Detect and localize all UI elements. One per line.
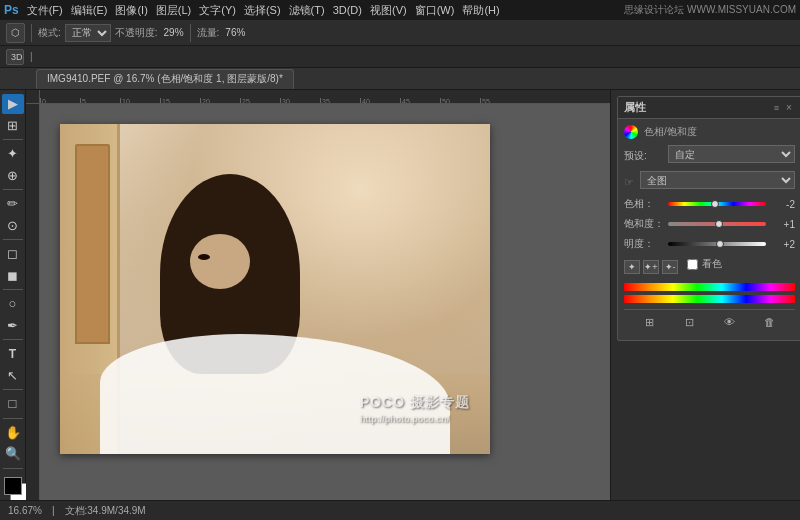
ruler-top: 0 5 10 15 20 25 30 35 40 45 50 55 [40,90,610,104]
menu-edit[interactable]: 编辑(E) [71,3,108,18]
brush-tool[interactable]: ✏ [2,194,24,214]
girl-figure [140,174,320,454]
color-spectrum-top [624,283,795,291]
tool-separator5 [3,339,23,340]
panel-expand-icon[interactable]: ≡ [774,103,779,113]
channel-select[interactable]: 全图 [640,171,795,189]
document-tab[interactable]: IMG9410.PEF @ 16.7% (色相/饱和度 1, 图层蒙版/8)* [36,69,294,89]
section-label: 色相/饱和度 [644,125,697,139]
heal-tool[interactable]: ⊕ [2,166,24,186]
saturation-slider-row: 饱和度： +1 [624,217,795,231]
hue-label: 色相： [624,197,664,211]
path-select-tool[interactable]: ↖ [2,366,24,386]
menu-help[interactable]: 帮助(H) [462,3,499,18]
menu-text[interactable]: 文字(Y) [199,3,236,18]
move-tool-btn[interactable]: ⬡ [6,23,25,43]
channel-row: ☞ 全图 [624,171,795,193]
preset-select[interactable]: 自定 [668,145,795,163]
ruler-tick-25: 25 [240,98,280,104]
ruler-tick-0: 0 [40,98,80,104]
opacity-label: 不透明度: [115,26,158,40]
preset-row: 预设: 自定 [624,145,795,167]
menu-filter[interactable]: 滤镜(T) [289,3,325,18]
colorize-checkbox[interactable] [687,259,698,270]
menu-file[interactable]: 文件(F) [27,3,63,18]
canvas-area: 0 5 10 15 20 25 30 35 40 45 50 55 [26,90,610,500]
zoom-tool[interactable]: 🔍 [2,444,24,464]
options-bar: 3D | [0,46,800,68]
ruler-tick-55: 55 [480,98,520,104]
status-bar: 16.67% | 文档:34.9M/34.9M [0,500,800,520]
dodge-tool[interactable]: ○ [2,294,24,314]
eyedropper-btn2[interactable]: ✦+ [643,260,659,274]
saturation-thumb[interactable] [715,220,723,228]
colorize-label: 看色 [702,257,722,271]
menu-3d[interactable]: 3D(D) [333,4,362,16]
eyedropper-btn1[interactable]: ✦ [624,260,640,274]
ruler-tick-40: 40 [360,98,400,104]
panel-header: 属性 ≡ × [618,97,800,119]
photo-canvas: POCO 摄影专题 http://photo.poco.cn/ [60,124,490,454]
foreground-color[interactable] [4,477,22,495]
menu-layer[interactable]: 图层(L) [156,3,191,18]
colorize-checkbox-row: 看色 [687,257,722,271]
menu-window[interactable]: 窗口(W) [415,3,455,18]
crop-tool[interactable]: ⊞ [2,116,24,136]
ruler-tick-15: 15 [160,98,200,104]
saturation-track [668,222,766,226]
saturation-slider[interactable] [668,218,766,230]
ruler-tick-10: 10 [120,98,160,104]
shape-tool[interactable]: □ [2,394,24,414]
status-divider: | [52,505,55,516]
ruler-tick-45: 45 [400,98,440,104]
ps-logo: Ps [4,3,19,17]
delete-btn[interactable]: 🗑 [761,314,777,330]
panel-close-button[interactable]: × [783,102,795,114]
hue-value: -2 [770,199,795,210]
hue-thumb[interactable] [711,200,719,208]
door [75,144,110,344]
eye-icon-btn[interactable]: 👁 [721,314,737,330]
main-canvas: POCO 摄影专题 http://photo.poco.cn/ [40,104,610,500]
fg-bg-color-swatch[interactable] [0,473,26,501]
options-btn1[interactable]: 3D [6,49,24,65]
doc-size: 文档:34.9M/34.9M [65,504,146,518]
ruler-corner [26,90,40,104]
panel-title: 属性 [624,100,646,115]
brightness-slider[interactable] [668,238,766,250]
gradient-tool[interactable]: ◼ [2,266,24,286]
color-spectrum-bottom [624,295,795,303]
add-adjustment-btn[interactable]: ⊞ [642,314,658,330]
hand-tool[interactable]: ✋ [2,423,24,443]
hue-slider[interactable] [668,198,766,210]
toolbar-divider [31,24,32,42]
mode-select[interactable]: 正常 [65,24,111,42]
tool-separator6 [3,389,23,390]
clip-mask-btn[interactable]: ⊡ [682,314,698,330]
tool-separator1 [3,139,23,140]
text-tool[interactable]: T [2,344,24,364]
eraser-tool[interactable]: ◻ [2,244,24,264]
brightness-thumb[interactable] [716,240,724,248]
hue-track [668,202,766,206]
menu-image[interactable]: 图像(I) [115,3,147,18]
doc-tab-label: IMG9410.PEF @ 16.7% (色相/饱和度 1, 图层蒙版/8)* [47,72,283,86]
eyedropper-tool[interactable]: ✦ [2,144,24,164]
saturation-value: +1 [770,219,795,230]
tab-bar: IMG9410.PEF @ 16.7% (色相/饱和度 1, 图层蒙版/8)* [0,68,800,90]
hue-slider-row: 色相： -2 [624,197,795,211]
panel-body: 色相/饱和度 预设: 自定 ☞ 全图 [618,119,800,340]
selection-tool[interactable]: ▶ [2,94,24,114]
eyedropper-btn3[interactable]: ✦- [662,260,678,274]
menu-select[interactable]: 选择(S) [244,3,281,18]
ruler-tick-50: 50 [440,98,480,104]
pen-tool[interactable]: ✒ [2,316,24,336]
tool-separator3 [3,239,23,240]
menu-view[interactable]: 视图(V) [370,3,407,18]
saturation-label: 饱和度： [624,217,664,231]
workspace: ▶ ⊞ ✦ ⊕ ✏ ⊙ ◻ ◼ ○ ✒ T ↖ □ ✋ 🔍 0 5 [0,90,800,500]
ruler-left [26,104,40,500]
left-tools-panel: ▶ ⊞ ✦ ⊕ ✏ ⊙ ◻ ◼ ○ ✒ T ↖ □ ✋ 🔍 [0,90,26,500]
opacity-value: 29% [164,27,184,38]
clone-tool[interactable]: ⊙ [2,216,24,236]
